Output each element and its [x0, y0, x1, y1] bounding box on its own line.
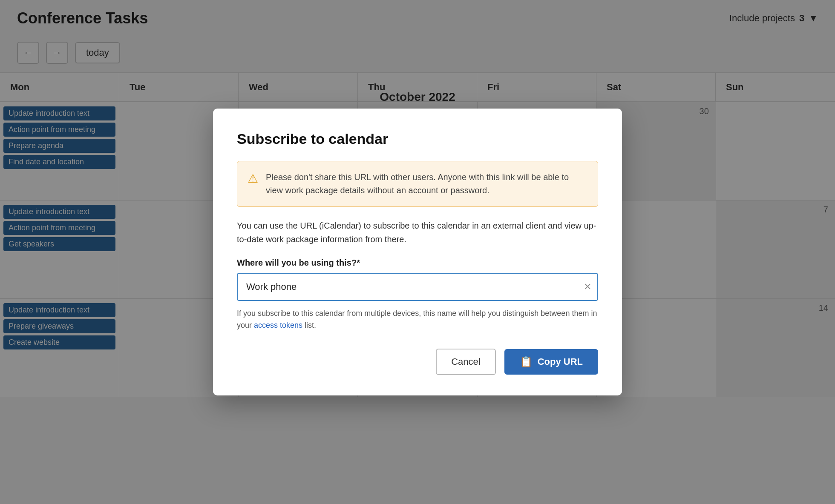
cancel-button[interactable]: Cancel: [436, 349, 495, 375]
clear-input-button[interactable]: ✕: [584, 281, 591, 292]
page-background: Conference Tasks Include projects 3 ▼ ← …: [0, 0, 835, 504]
warning-box: ⚠ Please don't share this URL with other…: [237, 161, 598, 207]
copy-url-button[interactable]: 📋 Copy URL: [504, 349, 598, 375]
copy-url-label: Copy URL: [538, 356, 583, 367]
modal-title: Subscribe to calendar: [237, 131, 598, 147]
warning-icon: ⚠: [248, 172, 258, 186]
field-label: Where will you be using this?*: [237, 258, 598, 268]
modal-footer: Cancel 📋 Copy URL: [237, 349, 598, 375]
hint-text: If you subscribe to this calendar from m…: [237, 308, 598, 332]
device-name-input[interactable]: [237, 273, 598, 301]
hint-after: list.: [302, 321, 316, 329]
text-input-wrapper: ✕: [237, 273, 598, 301]
warning-text: Please don't share this URL with other u…: [266, 171, 587, 197]
access-tokens-link[interactable]: access tokens: [254, 321, 302, 329]
modal-description: You can use the URL (iCalendar) to subsc…: [237, 219, 598, 246]
copy-icon: 📋: [520, 356, 533, 368]
subscribe-modal: Subscribe to calendar ⚠ Please don't sha…: [213, 109, 622, 395]
modal-overlay: Subscribe to calendar ⚠ Please don't sha…: [0, 0, 835, 504]
